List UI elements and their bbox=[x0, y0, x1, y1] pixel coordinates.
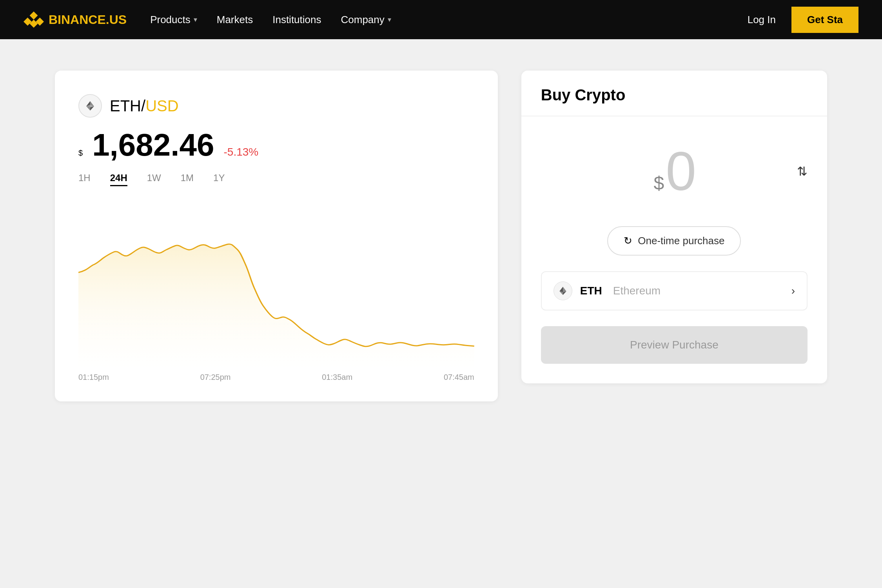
eth-icon bbox=[78, 94, 102, 118]
coin-header: ETH/USD bbox=[78, 94, 474, 118]
crypto-full-name: Ethereum bbox=[613, 285, 661, 297]
chart-svg bbox=[78, 202, 474, 367]
amount-display: $ 0 ⇅ bbox=[541, 136, 808, 207]
nav-links: Products ▾ Markets Institutions Company … bbox=[150, 14, 748, 26]
nav-right: Log In Get Sta bbox=[748, 7, 858, 33]
tab-1m[interactable]: 1M bbox=[181, 172, 194, 186]
x-axis-labels: 01:15pm 07:25pm 01:35am 07:45am bbox=[78, 367, 474, 382]
tab-1y[interactable]: 1Y bbox=[213, 172, 225, 186]
nav-markets[interactable]: Markets bbox=[217, 14, 253, 26]
price-value: 1,682.46 bbox=[92, 129, 214, 161]
ethereum-selector-logo-icon bbox=[557, 285, 568, 296]
x-label-2: 01:35am bbox=[322, 373, 352, 382]
logo[interactable]: BINANCE.US bbox=[24, 9, 127, 30]
buy-crypto-card: Buy Crypto $ 0 ⇅ ↻ One-time purchase bbox=[521, 71, 827, 383]
crypto-chevron-icon: › bbox=[791, 285, 795, 297]
preview-purchase-button[interactable]: Preview Purchase bbox=[541, 326, 808, 364]
buy-card-header: Buy Crypto bbox=[521, 71, 827, 116]
tab-1w[interactable]: 1W bbox=[147, 172, 161, 186]
refresh-icon: ↻ bbox=[624, 235, 632, 247]
logo-suffix-text: .US bbox=[106, 13, 127, 27]
time-tabs: 1H 24H 1W 1M 1Y bbox=[78, 172, 474, 186]
eth-selector-icon bbox=[554, 281, 572, 300]
nav-institutions[interactable]: Institutions bbox=[272, 14, 321, 26]
buy-card-title: Buy Crypto bbox=[541, 86, 626, 103]
nav-company[interactable]: Company ▾ bbox=[341, 14, 391, 26]
main-content: ETH/USD $ 1,682.46 -5.13% 1H 24H 1W 1M 1… bbox=[0, 39, 882, 433]
tab-24h[interactable]: 24H bbox=[110, 172, 127, 186]
price-row: $ 1,682.46 -5.13% bbox=[78, 129, 474, 161]
coin-pair: ETH/USD bbox=[110, 97, 179, 115]
x-label-1: 07:25pm bbox=[200, 373, 231, 382]
products-chevron-icon: ▾ bbox=[194, 15, 197, 24]
ethereum-logo-icon bbox=[84, 100, 96, 112]
x-label-0: 01:15pm bbox=[78, 373, 109, 382]
binance-logo-icon bbox=[24, 9, 44, 30]
chart-card: ETH/USD $ 1,682.46 -5.13% 1H 24H 1W 1M 1… bbox=[55, 71, 498, 401]
get-started-button[interactable]: Get Sta bbox=[791, 7, 858, 33]
swap-icon[interactable]: ⇅ bbox=[797, 164, 808, 179]
purchase-type-label: One-time purchase bbox=[638, 235, 724, 247]
crypto-selector[interactable]: ETH Ethereum › bbox=[541, 271, 808, 310]
price-chart bbox=[78, 202, 474, 367]
crypto-symbol: ETH bbox=[580, 285, 602, 297]
amount-value: 0 bbox=[666, 144, 695, 199]
login-button[interactable]: Log In bbox=[748, 14, 776, 26]
company-chevron-icon: ▾ bbox=[388, 15, 391, 24]
amount-dollar-sign: $ bbox=[654, 172, 664, 194]
purchase-type-button[interactable]: ↻ One-time purchase bbox=[607, 226, 741, 256]
buy-card-body: $ 0 ⇅ ↻ One-time purchase bbox=[521, 116, 827, 383]
price-dollar-sign: $ bbox=[78, 149, 83, 158]
tab-1h[interactable]: 1H bbox=[78, 172, 91, 186]
svg-marker-3 bbox=[30, 20, 38, 28]
svg-marker-0 bbox=[30, 11, 38, 20]
price-change: -5.13% bbox=[224, 146, 259, 158]
logo-brand-text: BINANCE bbox=[49, 13, 106, 27]
nav-products[interactable]: Products ▾ bbox=[150, 14, 197, 26]
navbar: BINANCE.US Products ▾ Markets Institutio… bbox=[0, 0, 882, 39]
x-label-3: 07:45am bbox=[444, 373, 474, 382]
